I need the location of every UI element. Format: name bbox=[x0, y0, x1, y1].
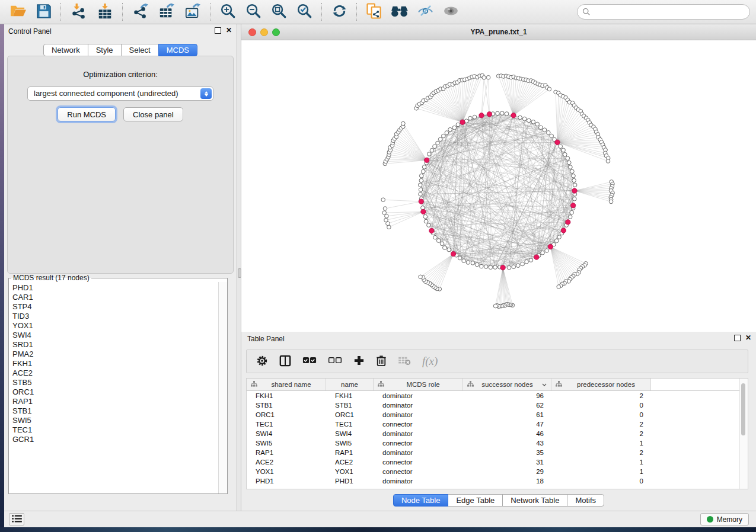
table-row[interactable]: ORC1ORC1dominator610 bbox=[247, 410, 748, 419]
mcds-result-item[interactable]: STB5 bbox=[12, 378, 218, 387]
mcds-result-item[interactable]: TEC1 bbox=[12, 425, 218, 435]
close-panel-icon[interactable]: ✕ bbox=[226, 27, 232, 34]
deselect-all-button[interactable] bbox=[328, 357, 342, 366]
table-row[interactable]: RAP1RAP1dominator352 bbox=[247, 448, 748, 457]
mcds-result-item[interactable]: SRD1 bbox=[12, 340, 218, 350]
column-header-MCDS-role[interactable]: MCDS role bbox=[374, 379, 463, 390]
save-session-button[interactable] bbox=[34, 2, 53, 22]
mcds-result-legend: MCDS result (17 nodes) bbox=[11, 274, 91, 282]
memory-button[interactable]: Memory bbox=[700, 513, 749, 525]
table-cell: dominator bbox=[374, 476, 463, 486]
table-row[interactable]: TEC1TEC1connector472 bbox=[247, 419, 748, 429]
tab-style[interactable]: Style bbox=[88, 44, 122, 56]
window-minimize-traffic-icon[interactable] bbox=[260, 28, 268, 36]
table-cell: 2 bbox=[551, 419, 651, 429]
mcds-result-item[interactable]: GCR1 bbox=[12, 435, 218, 444]
mcds-list-scrollbar[interactable] bbox=[218, 282, 227, 493]
refresh-button[interactable] bbox=[330, 2, 349, 22]
status-bar: Memory bbox=[4, 511, 756, 527]
mcds-result-item[interactable]: FKH1 bbox=[12, 359, 218, 368]
table-row[interactable]: PHD1PHD1dominator180 bbox=[247, 476, 748, 486]
export-network-button[interactable] bbox=[130, 2, 151, 23]
share-documents-button[interactable] bbox=[365, 2, 383, 22]
table-row[interactable]: FKH1FKH1dominator962 bbox=[247, 391, 748, 400]
window-close-traffic-icon[interactable] bbox=[248, 28, 256, 36]
zoom-selected-icon bbox=[296, 3, 312, 21]
import-table-button[interactable] bbox=[95, 2, 115, 23]
table-row[interactable]: SWI5SWI5connector431 bbox=[247, 438, 748, 448]
zoom-in-button[interactable] bbox=[218, 2, 238, 22]
column-header-predecessor-nodes[interactable]: predecessor nodes bbox=[551, 379, 651, 390]
show-eye-button[interactable] bbox=[441, 5, 461, 19]
table-row[interactable]: ACE2ACE2connector311 bbox=[247, 457, 748, 467]
tab-edge-table[interactable]: Edge Table bbox=[448, 494, 503, 507]
float-table-panel-icon[interactable] bbox=[734, 335, 741, 341]
tab-node-table[interactable]: Node Table bbox=[393, 494, 449, 507]
settings-gear-button[interactable] bbox=[256, 355, 268, 368]
close-panel-button[interactable]: Close panel bbox=[123, 107, 183, 121]
mcds-result-item[interactable]: SWI4 bbox=[12, 331, 218, 340]
search-input[interactable] bbox=[577, 4, 750, 20]
show-columns-button[interactable] bbox=[279, 355, 291, 368]
tab-select[interactable]: Select bbox=[121, 44, 159, 56]
close-table-panel-icon[interactable]: ✕ bbox=[745, 335, 751, 341]
hide-eye-button[interactable] bbox=[416, 4, 435, 20]
open-file-button[interactable] bbox=[8, 2, 28, 21]
delete-table-button[interactable] bbox=[398, 356, 411, 367]
table-scrollbar[interactable] bbox=[739, 379, 748, 489]
export-network-icon bbox=[132, 3, 149, 21]
table-cell: 47 bbox=[463, 419, 551, 429]
mcds-result-item[interactable]: PMA2 bbox=[12, 350, 218, 359]
toolbar-separator bbox=[321, 3, 323, 21]
window-zoom-traffic-icon[interactable] bbox=[272, 28, 280, 36]
float-panel-icon[interactable] bbox=[215, 27, 221, 34]
import-table-icon bbox=[97, 3, 113, 21]
panel-splitter[interactable] bbox=[237, 24, 241, 511]
node-table: shared namenameMCDS rolesuccessor nodesp… bbox=[246, 378, 748, 489]
table-scrollbar-thumb[interactable] bbox=[741, 383, 745, 435]
mcds-result-item[interactable]: YOX1 bbox=[12, 321, 218, 331]
mcds-result-item[interactable]: ORC1 bbox=[12, 387, 218, 397]
delete-row-button[interactable] bbox=[376, 355, 387, 368]
table-cell: RAP1 bbox=[326, 448, 374, 457]
tab-motifs[interactable]: Motifs bbox=[567, 494, 604, 507]
mcds-result-item[interactable]: ACE2 bbox=[12, 368, 218, 378]
mcds-result-item[interactable]: SWI5 bbox=[12, 416, 218, 425]
zoom-fit-button[interactable] bbox=[269, 2, 289, 22]
table-cell: 62 bbox=[463, 400, 551, 410]
zoom-out-button[interactable] bbox=[244, 2, 263, 22]
table-row[interactable]: SWI4SWI4dominator462 bbox=[247, 429, 748, 438]
zoom-selected-button[interactable] bbox=[295, 2, 314, 22]
mcds-result-item[interactable]: TID3 bbox=[12, 312, 218, 321]
network-window-titlebar[interactable]: YPA_prune.txt_1 bbox=[241, 24, 756, 40]
tab-network-table[interactable]: Network Table bbox=[502, 494, 567, 507]
column-header-shared-name[interactable]: shared name bbox=[247, 379, 326, 390]
table-row[interactable]: YOX1YOX1connector291 bbox=[247, 467, 748, 476]
network-graph[interactable] bbox=[241, 40, 756, 332]
import-network-button[interactable] bbox=[69, 2, 89, 23]
mcds-result-item[interactable]: STP4 bbox=[12, 302, 218, 312]
column-header-successor-nodes[interactable]: successor nodes bbox=[463, 379, 551, 390]
add-row-button[interactable] bbox=[353, 355, 365, 368]
binoculars-button[interactable] bbox=[389, 4, 410, 20]
mcds-result-item[interactable]: PHD1 bbox=[12, 283, 218, 293]
mcds-result-item[interactable]: STB1 bbox=[12, 406, 218, 416]
table-cell: 2 bbox=[551, 429, 651, 438]
tab-network[interactable]: Network bbox=[43, 44, 88, 56]
column-header-name[interactable]: name bbox=[326, 379, 374, 390]
table-cell: dominator bbox=[374, 410, 463, 419]
select-all-button[interactable] bbox=[302, 357, 317, 366]
refresh-icon bbox=[331, 3, 347, 21]
run-mcds-button[interactable]: Run MCDS bbox=[58, 107, 116, 121]
table-panel-title: Table Panel bbox=[247, 335, 285, 343]
mcds-result-item[interactable]: CAR1 bbox=[12, 293, 218, 302]
network-view[interactable] bbox=[241, 40, 756, 332]
show-panels-list-button[interactable] bbox=[9, 513, 24, 525]
criterion-dropdown[interactable]: largest connected component (undirected) bbox=[27, 86, 213, 101]
mcds-result-item[interactable]: RAP1 bbox=[12, 397, 218, 406]
export-table-button[interactable] bbox=[157, 2, 177, 23]
tab-mcds[interactable]: MCDS bbox=[158, 44, 197, 56]
function-builder-button[interactable]: f(x) bbox=[422, 355, 438, 368]
table-row[interactable]: STB1STB1dominator620 bbox=[247, 400, 748, 410]
export-image-button[interactable] bbox=[183, 2, 203, 23]
